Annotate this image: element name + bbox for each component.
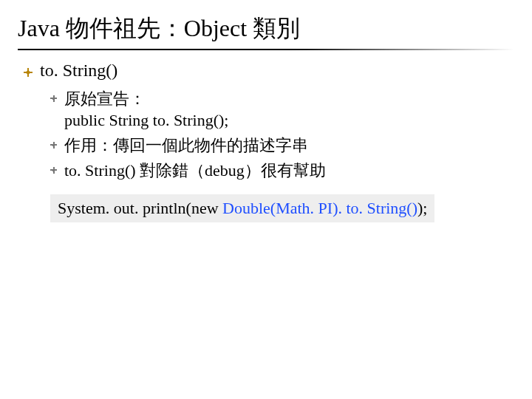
section-heading: to. String() [40,61,117,81]
title-underline [18,49,514,50]
bullet-text: 原始宣告： public String to. String(); [64,88,228,132]
code-prefix: System. out. println(new [58,199,222,217]
code-example: System. out. println(new Double(Math. PI… [50,194,434,222]
bullet-level2: 原始宣告： public String to. String(); [50,88,514,132]
bullet-level1: to. String() [24,61,514,81]
bullet-level2: to. String() 對除錯（debug）很有幫助 [50,160,514,182]
bullet-text: 作用：傳回一個此物件的描述字串 [64,134,308,157]
slide-title: Java 物件祖先：Object 類別 [18,13,514,49]
bullet-icon [50,95,57,102]
bullet-icon [50,142,57,149]
code-suffix: ); [417,199,427,217]
slide: Java 物件祖先：Object 類別 to. String() 原始宣告： p… [0,0,532,399]
bullet-icon [24,68,33,77]
code-highlight: Double(Math. PI). to. String() [222,199,417,217]
bullet-text: to. String() 對除錯（debug）很有幫助 [64,160,326,182]
bullet-icon [50,167,57,174]
bullet-level2: 作用：傳回一個此物件的描述字串 [50,134,514,157]
